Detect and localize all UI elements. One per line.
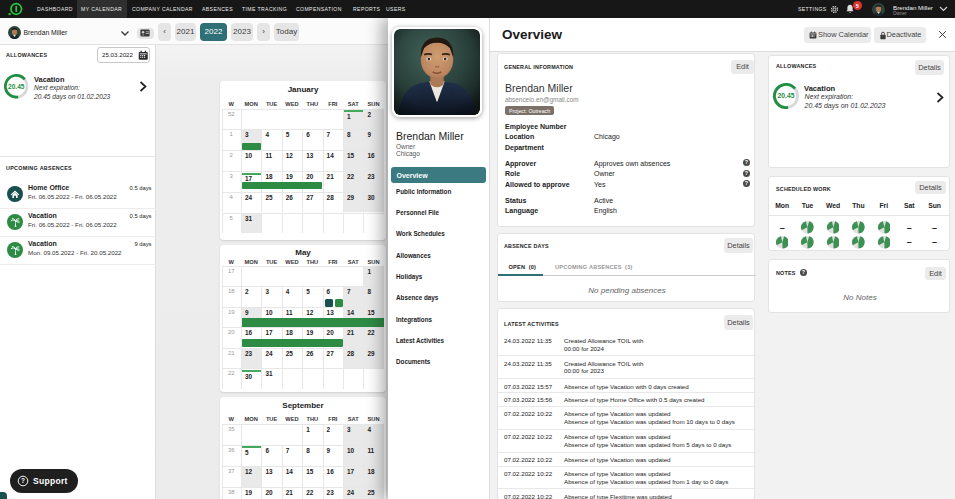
svg-text:?: ?: [21, 477, 25, 484]
svg-text:20.45: 20.45: [7, 83, 24, 90]
svg-text:20.45: 20.45: [777, 92, 794, 99]
